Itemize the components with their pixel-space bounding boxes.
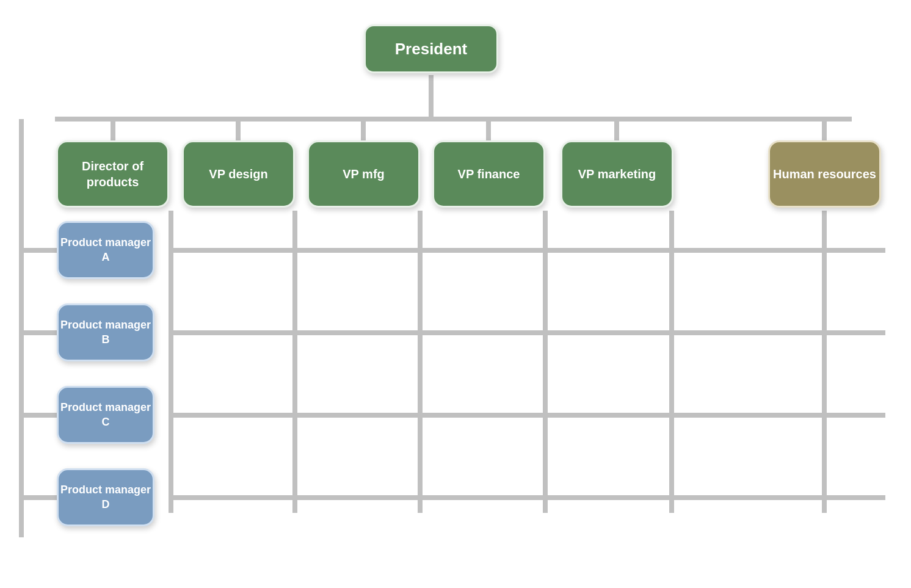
president-node: President: [364, 24, 498, 73]
pm-b-node: Product manager B: [57, 303, 154, 361]
vp-finance-node: VP finance: [432, 140, 545, 208]
pm-d-label: Product manager D: [59, 483, 153, 512]
pm-a-label: Product manager A: [59, 236, 153, 264]
vp-finance-label: VP finance: [458, 166, 520, 182]
vp-marketing-node: VP marketing: [561, 140, 673, 208]
vp-design-label: VP design: [209, 166, 267, 182]
org-chart: President Director of products VP design…: [0, 0, 911, 588]
pm-c-label: Product manager C: [59, 401, 153, 429]
pm-d-node: Product manager D: [57, 468, 154, 526]
president-label: President: [395, 40, 468, 59]
pm-a-node: Product manager A: [57, 221, 154, 279]
hr-label: Human resources: [773, 166, 876, 182]
director-node: Director of products: [56, 140, 169, 208]
pm-b-label: Product manager B: [59, 318, 153, 347]
pm-c-node: Product manager C: [57, 386, 154, 444]
vp-marketing-label: VP marketing: [578, 166, 656, 182]
vp-design-node: VP design: [182, 140, 295, 208]
hr-node: Human resources: [768, 140, 881, 208]
vp-mfg-label: VP mfg: [343, 166, 385, 182]
vp-mfg-node: VP mfg: [307, 140, 420, 208]
director-label: Director of products: [58, 158, 167, 190]
